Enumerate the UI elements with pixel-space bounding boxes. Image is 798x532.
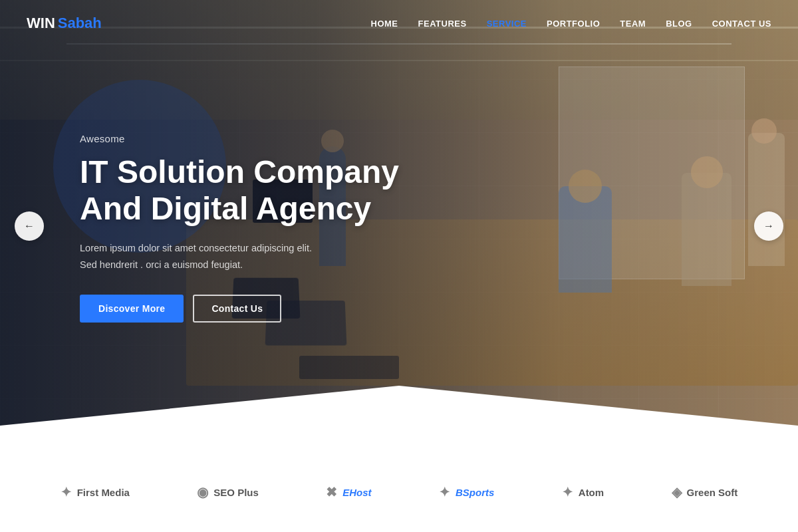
brand-item-0: ✦ First Media bbox=[61, 484, 130, 500]
nav-item-features[interactable]: FEATURES bbox=[418, 17, 467, 29]
nav-link-service[interactable]: SERVICE bbox=[487, 19, 527, 29]
logo: WIN Sabah bbox=[27, 15, 102, 32]
brand-name-2: EHost bbox=[342, 487, 371, 498]
nav-link-features[interactable]: FEATURES bbox=[418, 19, 467, 29]
carousel-arrow-left[interactable]: ← bbox=[15, 211, 44, 241]
brand-name-1: SEO Plus bbox=[213, 487, 259, 498]
brand-name-4: Atom bbox=[579, 487, 604, 498]
nav-link-blog[interactable]: BLOG bbox=[666, 19, 692, 29]
hero-desc-line2: Sed hendrerit . orci a euismod feugiat. bbox=[80, 259, 243, 270]
hero-subtitle: Awesome bbox=[80, 133, 452, 144]
nav-item-team[interactable]: TEAM bbox=[620, 17, 646, 29]
hero-diagonal-cut bbox=[0, 372, 798, 452]
logo-sabah: Sabah bbox=[58, 15, 102, 32]
hero-desc-line1: Lorem ipsum dolor sit amet consectetur a… bbox=[80, 243, 312, 253]
nav-link-portfolio[interactable]: PORTFOLIO bbox=[547, 19, 600, 29]
logo-win: WIN bbox=[27, 15, 55, 32]
nav-link-contact[interactable]: CONTACT US bbox=[712, 19, 771, 29]
nav-link-home[interactable]: HOME bbox=[371, 19, 398, 29]
nav-item-service[interactable]: SERVICE bbox=[487, 17, 527, 29]
hero-description: Lorem ipsum dolor sit amet consectetur a… bbox=[80, 240, 452, 273]
brand-name-5: Green Soft bbox=[687, 487, 738, 498]
brand-icon-4: ✦ bbox=[562, 484, 573, 500]
brand-item-4: ✦ Atom bbox=[562, 484, 604, 500]
nav-link-team[interactable]: TEAM bbox=[620, 19, 646, 29]
nav-links: HOME FEATURES SERVICE PORTFOLIO TEAM BLO… bbox=[371, 17, 771, 29]
brand-icon-5: ◈ bbox=[672, 484, 682, 500]
brand-icon-0: ✦ bbox=[61, 484, 72, 500]
brand-icon-3: ✦ bbox=[439, 484, 450, 500]
brand-item-3: ✦ BSports bbox=[439, 484, 494, 500]
nav-item-home[interactable]: HOME bbox=[371, 17, 398, 29]
page-wrapper: WIN Sabah HOME FEATURES SERVICE PORTFOLI… bbox=[0, 0, 798, 532]
brands-section: ✦ First Media ◉ SEO Plus ✖ EHost ✦ BSpor… bbox=[0, 452, 798, 532]
svg-marker-0 bbox=[0, 386, 798, 452]
hero-section: WIN Sabah HOME FEATURES SERVICE PORTFOLI… bbox=[0, 0, 798, 452]
brand-item-1: ◉ SEO Plus bbox=[197, 484, 259, 500]
brand-name-0: First Media bbox=[77, 487, 130, 498]
brand-item-5: ◈ Green Soft bbox=[672, 484, 738, 500]
hero-content: Awesome IT Solution Company And Digital … bbox=[80, 133, 452, 323]
carousel-arrow-right[interactable]: → bbox=[754, 211, 783, 241]
brand-name-3: BSports bbox=[456, 487, 494, 498]
nav-item-contact[interactable]: CONTACT US bbox=[712, 17, 771, 29]
hero-buttons: Discover More Contact Us bbox=[80, 295, 452, 323]
brand-icon-1: ◉ bbox=[197, 484, 208, 500]
nav-item-blog[interactable]: BLOG bbox=[666, 17, 692, 29]
brand-item-2: ✖ EHost bbox=[326, 484, 371, 500]
brand-icon-2: ✖ bbox=[326, 484, 337, 500]
navbar: WIN Sabah HOME FEATURES SERVICE PORTFOLI… bbox=[0, 0, 798, 47]
discover-more-button[interactable]: Discover More bbox=[80, 295, 184, 323]
nav-item-portfolio[interactable]: PORTFOLIO bbox=[547, 17, 600, 29]
hero-title: IT Solution Company And Digital Agency bbox=[80, 154, 452, 227]
contact-us-button[interactable]: Contact Us bbox=[193, 295, 281, 323]
